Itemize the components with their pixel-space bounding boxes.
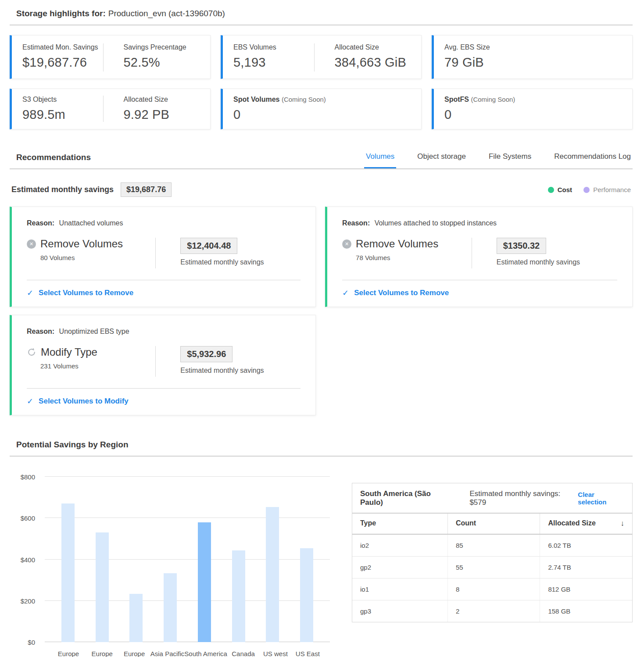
rec-card-unattached: Reason: Unattached volumes ✕ Remove Volu…: [10, 207, 316, 307]
savings-amount: $12,404.48: [180, 238, 237, 254]
chart-bar-asia-pacific-tokyo[interactable]: [164, 573, 177, 642]
chart-ytick-label: $800: [21, 473, 35, 481]
table-row: gp2552.74 TB: [352, 557, 632, 578]
recommendations-tabs: VolumesObject storageFile SystemsRecomme…: [364, 152, 633, 168]
chart-bar-europe-paris[interactable]: [129, 594, 143, 642]
stat-value: 0: [444, 107, 622, 122]
chart-xlabels: Europe(Stockholm)Europe(London)Europe(Pa…: [45, 649, 330, 657]
column-header-allocated-size[interactable]: Allocated Size ↓: [540, 514, 632, 534]
table-column-headers: Type Count Allocated Size ↓: [352, 514, 632, 535]
table-cell: 2.74 TB: [540, 557, 632, 578]
table-cell: 85: [447, 535, 540, 556]
savings-amount: $1350.32: [497, 238, 546, 254]
clear-selection-link[interactable]: Clear selection: [578, 491, 624, 506]
card-estimated-savings: Estimated Mon. Savings $19,687.76 Saving…: [10, 35, 211, 79]
stat-label: Allocated Size: [124, 96, 200, 104]
remove-circle-icon: ✕: [27, 239, 36, 249]
chart-ytick-label: $600: [21, 514, 35, 522]
tab-file-systems[interactable]: File Systems: [487, 152, 533, 168]
chart-xtick-label: US East(Ohio): [292, 649, 324, 657]
rec-card-unoptimized-type: Reason: Unoptimized EBS type Modify Type…: [10, 315, 316, 415]
volume-count: 80 Volumes: [40, 254, 155, 261]
storage-dashboard: Storage highlights for:Production_evn (a…: [0, 0, 644, 657]
recommendations-title: Recommendations: [10, 153, 91, 168]
tab-object-storage[interactable]: Object storage: [415, 152, 468, 168]
highlight-cards-row-2: S3 Objects 989.5m Allocated Size 9.92 PB…: [10, 89, 633, 129]
page-header: Storage highlights for:Production_evn (a…: [10, 7, 633, 25]
chart-bar-europe-stockholm[interactable]: [61, 503, 75, 642]
savings-caption: Estimated monthly savings: [180, 258, 264, 266]
select-volumes-to-remove-link[interactable]: ✓ Select Volumes to Remove: [327, 280, 632, 307]
savings-caption: Estimated monthly savings: [497, 258, 580, 266]
highlight-cards-row-1: Estimated Mon. Savings $19,687.76 Saving…: [10, 35, 633, 79]
chart-xtick-label: Asia Pacific(Tokyo): [150, 649, 185, 657]
performance-dot-icon: [583, 187, 590, 193]
legend-item-cost: Cost: [548, 186, 572, 193]
stat-value: 5,193: [233, 55, 310, 70]
select-volumes-to-modify-link[interactable]: ✓ Select Volumes to Modify: [12, 389, 315, 415]
tab-volumes[interactable]: Volumes: [364, 152, 396, 168]
region-detail-panel: South America (São Paulo) Estimated mont…: [352, 483, 633, 622]
card-spot-volumes: Spot Volumes (Coming Soon) 0: [221, 89, 422, 129]
savings-row: Estimated monthly savings $19,687.76 Cos…: [10, 182, 633, 197]
chart-xtick-label: Europe(Stockholm): [51, 649, 86, 657]
remove-circle-icon: ✕: [342, 239, 351, 249]
savings-badge: $19,687.76: [121, 182, 172, 197]
stat-label: Allocated Size: [335, 43, 411, 51]
coming-soon-note: (Coming Soon): [471, 96, 515, 103]
sort-descending-icon[interactable]: ↓: [620, 519, 624, 528]
table-cell: gp3: [352, 600, 447, 622]
reason-text: Unoptimized EBS type: [59, 328, 129, 335]
stat-divider: [314, 43, 315, 71]
chart-xtick-label: Canada(Central): [227, 649, 259, 657]
savings-amount: $5,932.96: [180, 346, 233, 362]
select-volumes-to-remove-link[interactable]: ✓ Select Volumes to Remove: [12, 280, 315, 307]
chart-bar-europe-london[interactable]: [96, 532, 109, 642]
chart-bar-south-america-são-paulo[interactable]: [198, 522, 211, 642]
tab-recommendations-log[interactable]: Recommendations Log: [552, 152, 633, 168]
legend-item-performance: Performance: [583, 186, 631, 193]
column-header-type[interactable]: Type: [352, 514, 447, 534]
savings-label: Estimated monthly savings: [11, 185, 114, 194]
region-body: $0$200$400$600$800 Europe(Stockholm)Euro…: [10, 477, 633, 657]
stat-divider: [103, 43, 104, 71]
stat-label: S3 Objects: [22, 96, 99, 104]
check-icon: ✓: [27, 396, 33, 406]
chart-yaxis: $0$200$400$600$800: [10, 477, 45, 642]
check-icon: ✓: [342, 288, 349, 298]
table-cell: 812 GB: [540, 578, 632, 600]
chart-plot: [45, 477, 330, 642]
savings-by-region-chart: $0$200$400$600$800 Europe(Stockholm)Euro…: [10, 477, 330, 657]
region-divider: [10, 456, 633, 457]
stat-divider: [103, 96, 104, 122]
cost-dot-icon: [548, 187, 554, 193]
table-cell: 6.02 TB: [540, 535, 632, 556]
card-spotfs: SpotFS (Coming Soon) 0: [432, 89, 633, 129]
volume-count: 231 Volumes: [40, 362, 155, 370]
table-row: io18812 GB: [352, 578, 632, 600]
action-title: Remove Volumes: [356, 238, 438, 250]
reason-text: Volumes attached to stopped instances: [375, 219, 497, 227]
account-name: Production_evn (act-1396070b): [108, 9, 225, 18]
stat-label: Avg. EBS Size: [444, 43, 622, 51]
chart-bar-us-west-oregon[interactable]: [266, 507, 279, 642]
modify-refresh-icon: [27, 347, 36, 357]
region-savings-subtitle: Estimated monthly savings: $579: [469, 489, 578, 507]
table-cell: io2: [352, 535, 447, 556]
selected-region-title: South America (São Paulo): [360, 489, 454, 507]
table-row: gp32158 GB: [352, 600, 632, 622]
chart-bars: [45, 477, 330, 642]
chart-xtick-label: US west(Oregon): [259, 649, 291, 657]
chart-legend: CostPerformance: [548, 186, 631, 193]
stat-value: 989.5m: [22, 107, 99, 122]
stat-label: SpotFS: [444, 96, 469, 103]
chart-ytick-label: $0: [28, 639, 35, 646]
card-avg-ebs-size: Avg. EBS Size 79 GiB: [432, 35, 633, 79]
chart-bar-canada-central[interactable]: [232, 550, 245, 642]
savings-caption: Estimated monthly savings: [180, 367, 264, 375]
reason-label: Reason:: [27, 219, 54, 227]
reason-label: Reason:: [342, 219, 370, 227]
rec-card-stopped-instances: Reason: Volumes attached to stopped inst…: [325, 207, 633, 307]
column-header-count[interactable]: Count: [447, 514, 540, 534]
chart-bar-us-east-ohio[interactable]: [300, 548, 313, 642]
